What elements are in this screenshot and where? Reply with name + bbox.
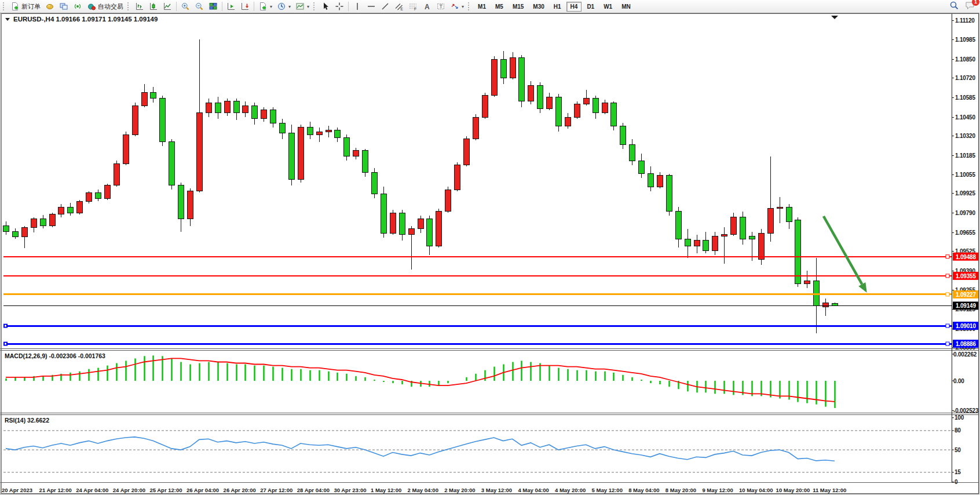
svg-text:1.09925: 1.09925 <box>955 190 975 196</box>
auto-scroll-button[interactable] <box>238 0 252 13</box>
templates-icon <box>295 2 305 11</box>
bar-chart-button[interactable] <box>133 0 147 13</box>
periods-button[interactable]: ▾ <box>275 0 293 13</box>
timeframe-button-W1[interactable]: W1 <box>599 2 616 12</box>
chart-window[interactable]: MACD(12,26,9) -0.002306 -0.0017630.00226… <box>0 13 980 495</box>
zoom-out-icon <box>195 2 204 11</box>
time-axis[interactable]: 20 Apr 202321 Apr 12:0024 Apr 04:0024 Ap… <box>2 487 846 493</box>
time-axis-label: 26 Apr 04:00 <box>187 487 219 493</box>
equidistant-channel-icon: E <box>394 2 404 11</box>
svg-text:1.09227: 1.09227 <box>956 292 976 298</box>
time-axis-label: 26 Apr 20:00 <box>224 487 256 493</box>
svg-text:EURUSD-,H4 1.09166 1.09171 1.: EURUSD-,H4 1.09166 1.09171 1.09145 1.091… <box>13 16 158 23</box>
crosshair-button[interactable] <box>332 0 346 13</box>
timeframe-button-H1[interactable]: H1 <box>550 2 565 12</box>
price-label: 1.09227 <box>953 290 979 299</box>
svg-text:1.10720: 1.10720 <box>955 75 975 81</box>
auto-trading-button[interactable]: 自动交易 <box>85 0 126 13</box>
line-handle[interactable] <box>946 324 949 327</box>
chevron-down-icon: ▾ <box>270 4 272 9</box>
bid-price-label: 1.09149 <box>953 301 979 310</box>
chevron-down-icon: ▾ <box>462 4 464 9</box>
price-chart[interactable]: MACD(12,26,9) -0.002306 -0.0017630.00226… <box>0 13 980 495</box>
text-label-button[interactable]: T <box>434 0 448 13</box>
auto-trading-label: 自动交易 <box>98 2 123 11</box>
line-handle[interactable] <box>946 274 949 278</box>
svg-text:1.08886: 1.08886 <box>956 341 976 347</box>
periods-clock-icon <box>277 2 286 11</box>
notification-badge: 1 <box>972 0 979 6</box>
timeframe-button-M5[interactable]: M5 <box>491 2 507 12</box>
candlestick-icon <box>149 2 158 11</box>
toolbar-grip[interactable] <box>3 2 6 10</box>
toolbar-right-group: 1 <box>949 1 975 13</box>
zoom-in-button[interactable] <box>178 0 192 13</box>
timeframe-button-M15[interactable]: M15 <box>509 2 528 12</box>
metaeditor-icon <box>45 2 54 11</box>
svg-text:50: 50 <box>955 447 961 453</box>
equidistant-channel-button[interactable]: E <box>392 0 406 13</box>
time-axis-label: 20 Apr 2023 <box>2 487 32 493</box>
zoom-out-button[interactable] <box>192 0 206 13</box>
svg-text:0.00: 0.00 <box>953 378 964 384</box>
toolbar-grip[interactable] <box>313 2 316 10</box>
svg-text:1.10450: 1.10450 <box>955 114 975 121</box>
arrows-tool-button[interactable]: ▾ <box>448 0 466 13</box>
fibonacci-button[interactable]: F <box>406 0 420 13</box>
timeframe-button-MN[interactable]: MN <box>617 2 635 12</box>
svg-text:A: A <box>425 3 430 11</box>
toolbar-grip[interactable] <box>127 2 130 10</box>
line-handle[interactable] <box>946 293 949 296</box>
market-watch-icon <box>59 2 68 11</box>
time-axis-label: 10 May 04:00 <box>739 487 773 493</box>
chart-shift-button[interactable] <box>224 0 238 13</box>
time-axis-label: 9 May 12:00 <box>702 487 733 493</box>
templates-button[interactable]: ▾ <box>293 0 312 13</box>
svg-text:1.10320: 1.10320 <box>955 133 975 139</box>
trendline-button[interactable] <box>378 0 392 13</box>
price-label: 1.09355 <box>953 272 979 280</box>
cursor-button[interactable] <box>319 0 332 13</box>
line-handle[interactable] <box>946 342 949 345</box>
toolbar-grip[interactable] <box>468 2 471 10</box>
fibonacci-icon: F <box>408 2 418 11</box>
time-axis-label: 10 May 20:00 <box>776 487 810 493</box>
timeframe-button-M1[interactable]: M1 <box>474 2 490 12</box>
svg-text:F: F <box>414 7 416 11</box>
timeframe-button-H4[interactable]: H4 <box>566 2 582 12</box>
svg-text:1.09149: 1.09149 <box>956 303 976 309</box>
metaeditor-button[interactable] <box>43 0 57 13</box>
price-label: 1.09488 <box>953 253 979 261</box>
line-handle[interactable] <box>946 255 949 259</box>
chart-title: EURUSD-,H4 1.09166 1.09171 1.09145 1.091… <box>5 16 158 23</box>
market-watch-button[interactable] <box>57 0 71 13</box>
chat-button[interactable]: 1 <box>965 1 975 13</box>
timeframe-button-M30[interactable]: M30 <box>529 2 548 12</box>
timeframe-button-D1[interactable]: D1 <box>583 2 598 12</box>
horizontal-line-button[interactable] <box>364 0 378 13</box>
svg-text:E: E <box>401 7 404 11</box>
time-axis-label: 27 Apr 12:00 <box>260 487 292 493</box>
signals-button[interactable] <box>71 0 85 13</box>
new-order-button[interactable]: 新订单 <box>8 0 43 13</box>
candlestick-button[interactable] <box>147 0 160 13</box>
time-axis-label: 2 May 04:00 <box>408 487 438 493</box>
tile-windows-icon <box>209 2 218 11</box>
line-chart-button[interactable] <box>160 0 174 13</box>
time-axis-label: 24 Apr 20:00 <box>113 487 145 493</box>
search-icon[interactable] <box>949 1 959 13</box>
new-chart-button[interactable]: ▾ <box>256 0 275 13</box>
time-axis-label: 11 May 12:00 <box>813 487 846 493</box>
svg-text:1.09010: 1.09010 <box>956 323 976 329</box>
signals-icon <box>73 2 82 11</box>
svg-text:1.10850: 1.10850 <box>955 56 975 63</box>
arrows-tool-icon <box>450 2 459 11</box>
vertical-line-button[interactable] <box>350 0 364 13</box>
price-label: 1.08886 <box>953 340 979 348</box>
svg-text:15: 15 <box>955 469 961 475</box>
time-axis-label: 28 Apr 04:00 <box>297 487 330 493</box>
svg-text:1.09355: 1.09355 <box>956 273 976 279</box>
text-button[interactable]: A <box>420 0 434 13</box>
tile-windows-button[interactable] <box>206 0 220 13</box>
new-order-label: 新订单 <box>21 2 41 11</box>
